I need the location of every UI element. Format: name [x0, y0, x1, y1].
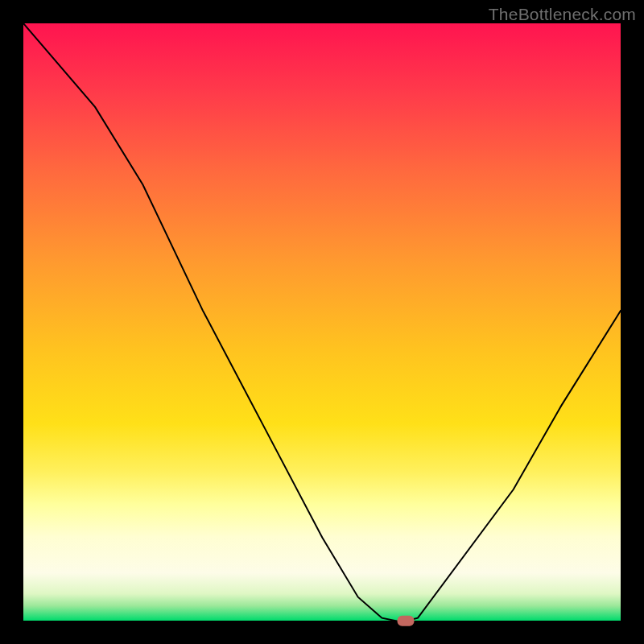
watermark-text: TheBottleneck.com: [489, 5, 636, 24]
chart-frame: TheBottleneck.com: [0, 0, 644, 644]
curve-svg: [23, 23, 621, 621]
plot-area: [23, 23, 621, 621]
bottleneck-curve: [23, 23, 621, 621]
optimum-marker: [397, 616, 414, 626]
